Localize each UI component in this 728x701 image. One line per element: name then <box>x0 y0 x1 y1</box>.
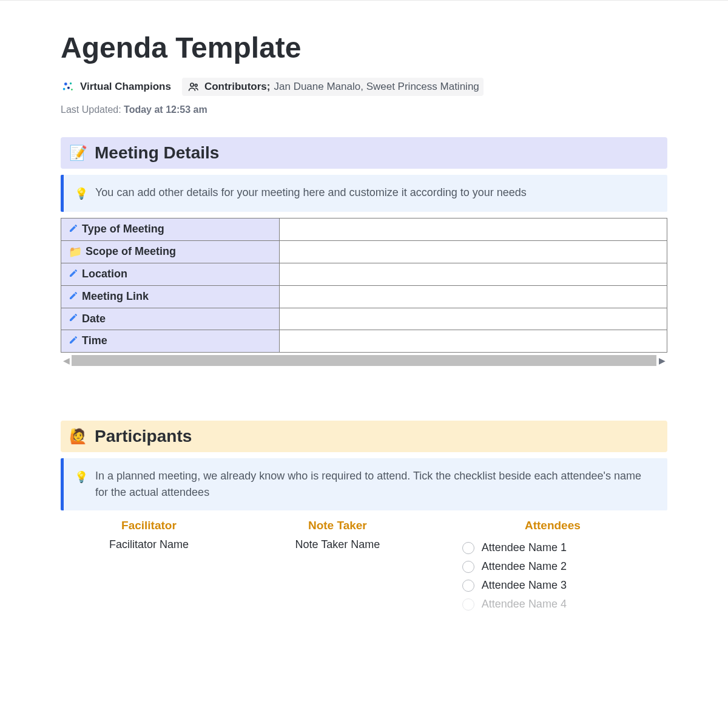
table-value-cell[interactable] <box>280 330 667 353</box>
table-label-cell: Date <box>61 308 280 330</box>
table-row: Location <box>61 263 667 286</box>
table-row-label: Location <box>82 268 127 280</box>
last-updated-value: Today at 12:53 am <box>124 104 207 115</box>
participants-header: 🙋 Participants <box>61 421 667 452</box>
attendee-list: Attendee Name 1Attendee Name 2Attendee N… <box>438 538 667 614</box>
scroll-left-button[interactable]: ◀ <box>61 355 72 366</box>
note-taker-column: Note Taker Note Taker Name <box>249 519 426 614</box>
table-row: Meeting Link <box>61 285 667 308</box>
scroll-right-button[interactable]: ▶ <box>656 355 667 366</box>
document-container: Agenda Template Virtual Champions <box>0 7 728 614</box>
table-row-label: Scope of Meeting <box>86 245 176 257</box>
table-row: Type of Meeting <box>61 218 667 241</box>
note-taker-heading: Note Taker <box>249 519 426 532</box>
contributors-chip[interactable]: Contributors; Jan Duane Manalo, Sweet Pr… <box>182 78 484 96</box>
table-row: Time <box>61 330 667 353</box>
table-value-cell[interactable] <box>280 308 667 330</box>
section-spacer <box>61 366 667 421</box>
attendee-name: Attendee Name 1 <box>482 541 567 554</box>
contributors-value: Jan Duane Manalo, Sweet Princess Matinin… <box>274 81 479 93</box>
table-value-cell[interactable] <box>280 240 667 263</box>
table-value-cell[interactable] <box>280 263 667 286</box>
facilitator-heading: Facilitator <box>61 519 237 532</box>
scroll-track[interactable] <box>72 355 656 366</box>
svg-point-4 <box>71 89 73 90</box>
attendees-heading: Attendees <box>438 519 667 532</box>
svg-point-1 <box>70 83 72 84</box>
meeting-details-title: Meeting Details <box>95 143 219 163</box>
team-name: Virtual Champions <box>80 81 171 93</box>
pencil-icon <box>69 223 78 236</box>
meeting-details-info-banner: 💡 You can add other details for your mee… <box>61 175 667 212</box>
participants-title: Participants <box>95 427 192 446</box>
attendee-name: Attendee Name 3 <box>482 579 567 592</box>
attendee-name: Attendee Name 2 <box>482 560 567 573</box>
table-row-label: Date <box>82 313 106 325</box>
table-row: Date <box>61 308 667 330</box>
table-label-cell: Location <box>61 263 280 286</box>
svg-point-5 <box>190 83 194 86</box>
people-icon <box>186 80 201 94</box>
attendee-checkbox[interactable] <box>462 598 474 611</box>
table-label-cell: Type of Meeting <box>61 218 280 241</box>
team-logo-icon <box>61 80 75 94</box>
pencil-icon <box>69 268 78 281</box>
attendee-checkbox[interactable] <box>462 561 474 573</box>
attendee-checkbox[interactable] <box>462 580 474 592</box>
last-updated-label: Last Updated: <box>61 104 121 115</box>
svg-point-0 <box>64 83 67 86</box>
page-title: Agenda Template <box>61 31 667 64</box>
table-label-cell: Meeting Link <box>61 285 280 308</box>
attendees-column: Attendees Attendee Name 1Attendee Name 2… <box>438 519 667 614</box>
participants-info-text: In a planned meeting, we already know wh… <box>95 468 656 501</box>
participants-columns: Facilitator Facilitator Name Note Taker … <box>61 519 667 614</box>
table-value-cell[interactable] <box>280 285 667 308</box>
meta-row: Virtual Champions Contributors; Jan Duan… <box>61 78 667 96</box>
table-label-cell: 📁Scope of Meeting <box>61 240 280 263</box>
list-item: Attendee Name 1 <box>438 538 667 557</box>
list-item: Attendee Name 3 <box>438 576 667 595</box>
svg-point-2 <box>63 88 66 90</box>
facilitator-column: Facilitator Facilitator Name <box>61 519 237 614</box>
pencil-icon <box>69 313 78 325</box>
table-row-label: Type of Meeting <box>82 223 164 235</box>
list-item: Attendee Name 2 <box>438 557 667 576</box>
table-row: 📁Scope of Meeting <box>61 240 667 263</box>
meeting-details-table: Type of Meeting📁Scope of MeetingLocation… <box>61 218 667 353</box>
table-row-label: Meeting Link <box>82 290 149 302</box>
table-value-cell[interactable] <box>280 218 667 241</box>
list-item: Attendee Name 4 <box>438 595 667 614</box>
team-chip[interactable]: Virtual Champions <box>61 80 171 94</box>
bulb-icon: 💡 <box>75 469 88 486</box>
facilitator-value[interactable]: Facilitator Name <box>61 538 237 551</box>
bulb-icon: 💡 <box>75 186 88 202</box>
contributors-label: Contributors; <box>204 81 271 93</box>
table-label-cell: Time <box>61 330 280 353</box>
participants-info-banner: 💡 In a planned meeting, we already know … <box>61 458 667 510</box>
folder-icon: 📁 <box>69 245 82 259</box>
raise-hand-icon: 🙋 <box>69 428 87 445</box>
horizontal-scrollbar[interactable]: ◀ ▶ <box>61 355 667 366</box>
table-row-label: Time <box>82 334 107 347</box>
attendee-checkbox[interactable] <box>462 542 474 554</box>
svg-point-6 <box>195 84 197 87</box>
svg-point-3 <box>67 87 70 89</box>
pencil-icon <box>69 335 78 348</box>
attendee-name: Attendee Name 4 <box>482 598 567 611</box>
meeting-details-header: 📝 Meeting Details <box>61 137 667 169</box>
note-taker-value[interactable]: Note Taker Name <box>249 538 426 551</box>
pencil-icon <box>69 291 78 303</box>
last-updated: Last Updated: Today at 12:53 am <box>61 104 667 115</box>
meeting-details-info-text: You can add other details for your meeti… <box>95 185 527 201</box>
memo-icon: 📝 <box>69 144 87 161</box>
